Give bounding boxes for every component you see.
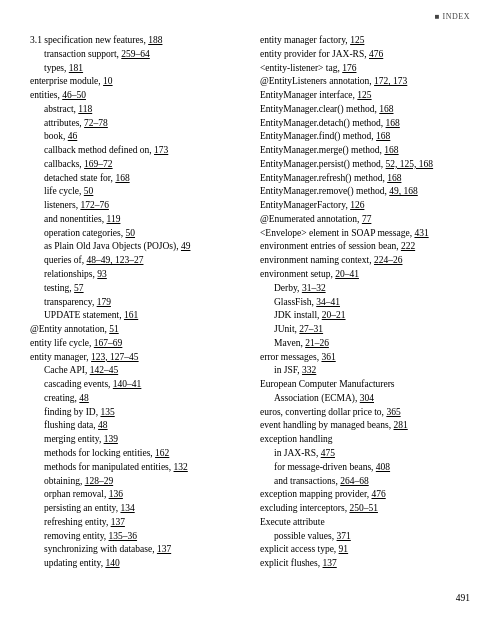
index-link[interactable]: 222: [401, 241, 415, 251]
index-link[interactable]: 172–76: [80, 200, 109, 210]
list-item: refreshing entity, 137: [30, 516, 240, 530]
index-link[interactable]: 188: [148, 35, 162, 45]
index-link[interactable]: 21–26: [305, 338, 329, 348]
index-link[interactable]: 431: [414, 228, 428, 238]
index-link[interactable]: 125: [357, 90, 371, 100]
index-link[interactable]: 20–41: [335, 269, 359, 279]
index-link[interactable]: 50: [126, 228, 136, 238]
list-item: methods for manipulated entities, 132: [30, 461, 240, 475]
index-link[interactable]: 137: [111, 517, 125, 527]
list-item: entity life cycle, 167–69: [30, 337, 240, 351]
index-link[interactable]: 371: [337, 531, 351, 541]
index-link[interactable]: 132: [174, 462, 188, 472]
index-link[interactable]: 361: [321, 352, 335, 362]
index-link[interactable]: 137: [323, 558, 337, 568]
index-link[interactable]: 27–31: [299, 324, 323, 334]
index-link[interactable]: 128–29: [85, 476, 114, 486]
list-item: Association (ECMA), 304: [260, 392, 470, 406]
list-item: updating entity, 140: [30, 557, 240, 571]
list-item: abstract, 118: [30, 103, 240, 117]
index-link[interactable]: 118: [78, 104, 92, 114]
list-item: excluding interceptors, 250–51: [260, 502, 470, 516]
index-link[interactable]: 168: [386, 118, 400, 128]
list-item: entity manager, 123, 127–45: [30, 351, 240, 365]
index-link[interactable]: 365: [386, 407, 400, 417]
index-link[interactable]: 51: [109, 324, 119, 334]
index-link[interactable]: 250–51: [349, 503, 378, 513]
index-link[interactable]: 34–41: [316, 297, 340, 307]
list-item: GlassFish, 34–41: [260, 296, 470, 310]
index-link[interactable]: 161: [124, 310, 138, 320]
index-link[interactable]: 123, 127–45: [91, 352, 139, 362]
index-link[interactable]: 181: [69, 63, 83, 73]
list-item: transparency, 179: [30, 296, 240, 310]
index-link[interactable]: 169–72: [84, 159, 113, 169]
index-link[interactable]: 176: [342, 63, 356, 73]
index-link[interactable]: 49, 168: [389, 186, 418, 196]
list-item: attributes, 72–78: [30, 117, 240, 131]
index-link[interactable]: 168: [115, 173, 129, 183]
index-link[interactable]: 10: [103, 76, 113, 86]
index-link[interactable]: 135: [100, 407, 114, 417]
index-link[interactable]: 179: [97, 297, 111, 307]
index-link[interactable]: 476: [371, 489, 385, 499]
index-link[interactable]: 173: [154, 145, 168, 155]
index-link[interactable]: 304: [360, 393, 374, 403]
index-link[interactable]: 168: [387, 173, 401, 183]
index-link[interactable]: 93: [97, 269, 107, 279]
index-link[interactable]: 168: [384, 145, 398, 155]
index-link[interactable]: 48–49, 123–27: [86, 255, 143, 265]
columns-container: 3.1 specification new features, 188trans…: [30, 34, 470, 571]
index-link[interactable]: 137: [157, 544, 171, 554]
list-item: orphan removal, 136: [30, 488, 240, 502]
index-link[interactable]: 49: [181, 241, 191, 251]
index-link[interactable]: 162: [155, 448, 169, 458]
index-link[interactable]: 50: [84, 186, 94, 196]
index-link[interactable]: 264–68: [340, 476, 369, 486]
index-link[interactable]: 167–69: [94, 338, 123, 348]
index-link[interactable]: 31–32: [302, 283, 326, 293]
index-link[interactable]: 139: [104, 434, 118, 444]
list-item: and nonentities, 119: [30, 213, 240, 227]
index-link[interactable]: 91: [339, 544, 349, 554]
index-link[interactable]: 48: [79, 393, 89, 403]
index-link[interactable]: 140–41: [113, 379, 142, 389]
index-link[interactable]: 224–26: [374, 255, 403, 265]
list-item: explicit flushes, 137: [260, 557, 470, 571]
index-link[interactable]: 125: [350, 35, 364, 45]
list-item: possible values, 371: [260, 530, 470, 544]
list-item: EntityManager.merge() method, 168: [260, 144, 470, 158]
index-link[interactable]: 168: [379, 104, 393, 114]
index-link[interactable]: 475: [321, 448, 335, 458]
index-link[interactable]: 20–21: [322, 310, 346, 320]
index-link[interactable]: 135–36: [109, 531, 138, 541]
index-link[interactable]: 168: [376, 131, 390, 141]
index-link[interactable]: 136: [109, 489, 123, 499]
index-link[interactable]: 119: [107, 214, 121, 224]
index-link[interactable]: 476: [369, 49, 383, 59]
list-item: merging entity, 139: [30, 433, 240, 447]
index-link[interactable]: 72–78: [84, 118, 108, 128]
list-item: JUnit, 27–31: [260, 323, 470, 337]
index-link[interactable]: 57: [74, 283, 84, 293]
index-link[interactable]: 126: [350, 200, 364, 210]
list-item: environment naming context, 224–26: [260, 254, 470, 268]
list-item: Cache API, 142–45: [30, 364, 240, 378]
index-link[interactable]: 172, 173: [374, 76, 407, 86]
index-link[interactable]: 46–50: [62, 90, 86, 100]
index-link[interactable]: 52, 125, 168: [386, 159, 434, 169]
list-item: finding by ID, 135: [30, 406, 240, 420]
list-item: flushing data, 48: [30, 419, 240, 433]
index-link[interactable]: 46: [68, 131, 78, 141]
index-link[interactable]: 259–64: [121, 49, 150, 59]
left-column: 3.1 specification new features, 188trans…: [30, 34, 240, 571]
index-link[interactable]: 142–45: [90, 365, 119, 375]
index-link[interactable]: 134: [120, 503, 134, 513]
index-link[interactable]: 408: [376, 462, 390, 472]
index-link[interactable]: 77: [362, 214, 372, 224]
list-item: as Plain Old Java Objects (POJOs), 49: [30, 240, 240, 254]
index-link[interactable]: 332: [302, 365, 316, 375]
index-link[interactable]: 48: [98, 420, 108, 430]
index-link[interactable]: 281: [394, 420, 408, 430]
index-link[interactable]: 140: [105, 558, 119, 568]
